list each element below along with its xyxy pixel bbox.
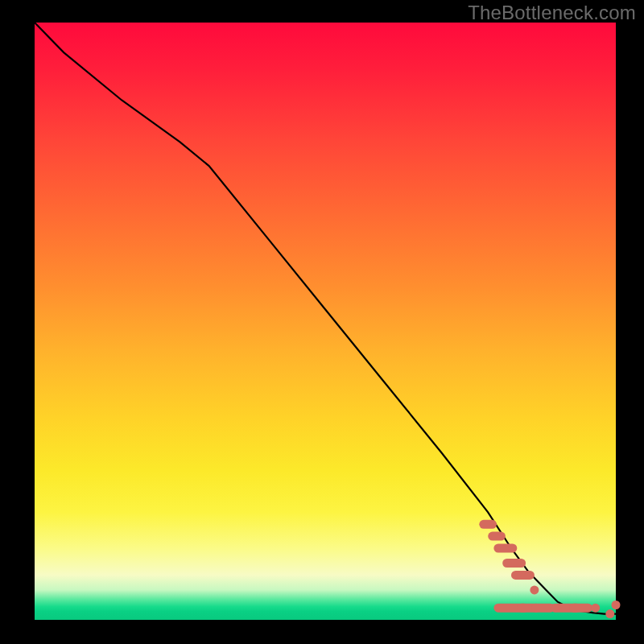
- marker-dash: [479, 520, 497, 529]
- marker-dash: [502, 559, 526, 568]
- marker-dash: [493, 544, 517, 553]
- watermark-text: TheBottleneck.com: [468, 2, 636, 24]
- chart-svg: [35, 23, 616, 620]
- marker-dot: [605, 609, 614, 618]
- chart-frame: TheBottleneck.com: [0, 0, 644, 644]
- marker-dot: [612, 601, 621, 609]
- marker-dash: [511, 571, 535, 580]
- marker-dash: [569, 604, 592, 613]
- marker-dot: [530, 585, 539, 594]
- plot-area: [35, 23, 616, 620]
- marker-dash: [488, 532, 506, 541]
- bottleneck-curve-line: [35, 23, 616, 614]
- marker-dot: [591, 604, 600, 613]
- curve-markers: [479, 520, 620, 618]
